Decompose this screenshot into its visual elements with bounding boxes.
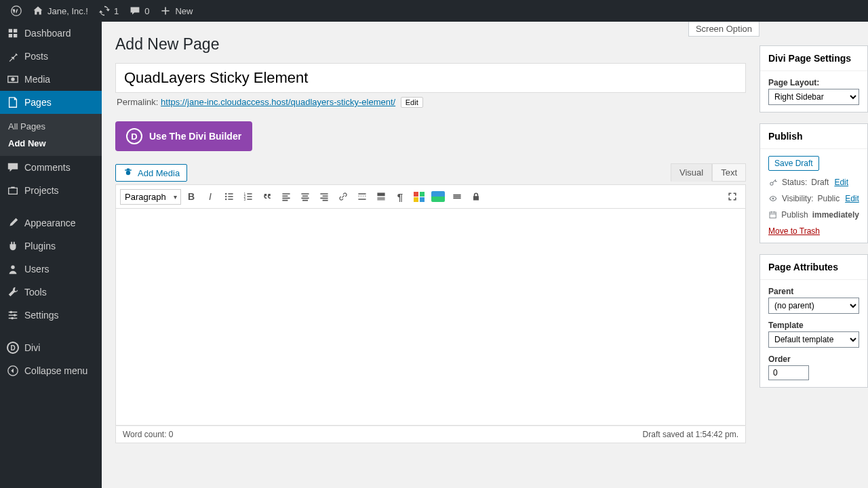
divi-settings-panel: Divi Page Settings Page Layout: Right Si… [760, 45, 868, 113]
sidebar-item-settings[interactable]: Settings [0, 304, 102, 327]
bold-button[interactable]: B [182, 188, 200, 205]
page-title-input[interactable] [115, 63, 746, 93]
edit-visibility-link[interactable]: Edit [845, 194, 859, 203]
color-squares-button[interactable] [410, 188, 428, 205]
align-center-icon [300, 191, 311, 202]
submenu-all-pages[interactable]: All Pages [0, 118, 102, 135]
menu-label: Projects [24, 185, 59, 196]
svg-point-4 [14, 314, 16, 317]
new-content-link[interactable]: New [155, 5, 198, 16]
menu-label: Appearance [24, 218, 76, 228]
order-input[interactable] [768, 365, 809, 380]
updates-link[interactable]: 1 [94, 5, 124, 16]
sidebar-item-media[interactable]: Media [0, 68, 102, 91]
draft-saved-text: Draft saved at 1:54:42 pm. [643, 430, 738, 439]
save-draft-button[interactable]: Save Draft [768, 156, 819, 171]
menu-label: Posts [24, 51, 48, 62]
editor-footer: Word count: 0 Draft saved at 1:54:42 pm. [115, 426, 746, 443]
paragraph-toggle-button[interactable]: ¶ [391, 188, 409, 205]
menu-label: Comments [24, 162, 71, 173]
tab-visual[interactable]: Visual [671, 163, 712, 182]
right-sidebar: Divi Page Settings Page Layout: Right Si… [760, 22, 868, 488]
link-icon [338, 191, 349, 202]
page-attributes-panel: Page Attributes Parent (no parent) Templ… [760, 254, 868, 388]
home-icon [33, 5, 43, 16]
plug-icon [7, 240, 19, 252]
sidebar-item-posts[interactable]: Posts [0, 45, 102, 68]
format-select-wrap: Paragraph [120, 189, 181, 205]
comment-icon [7, 161, 19, 174]
template-select[interactable]: Default template [768, 331, 859, 348]
visibility-label: Visibility: [782, 194, 813, 203]
tab-text[interactable]: Text [712, 163, 746, 182]
use-divi-builder-button[interactable]: D Use The Divi Builder [115, 121, 252, 151]
menu-label: Dashboard [24, 28, 71, 39]
move-to-trash-link[interactable]: Move to Trash [768, 226, 859, 236]
new-label: New [175, 6, 193, 16]
page-layout-select[interactable]: Right Sidebar [768, 89, 859, 105]
panel-title: Divi Page Settings [760, 46, 867, 71]
comments-link[interactable]: 0 [124, 5, 155, 16]
align-right-button[interactable] [315, 188, 333, 205]
add-media-button[interactable]: Add Media [115, 164, 187, 182]
align-right-icon [319, 191, 330, 202]
pin-icon [7, 50, 19, 62]
toolbar-toggle-button[interactable] [372, 188, 390, 205]
comment-icon [130, 5, 140, 16]
menu-label: Divi [24, 342, 40, 353]
parent-select[interactable]: (no parent) [768, 298, 859, 314]
sidebar-item-pages[interactable]: Pages [0, 91, 102, 114]
sidebar-item-divi[interactable]: DDivi [0, 336, 102, 359]
lock-button[interactable] [467, 188, 485, 205]
editor-content-area[interactable] [115, 209, 746, 426]
align-left-button[interactable] [277, 188, 295, 205]
sidebar-item-plugins[interactable]: Plugins [0, 235, 102, 258]
menu-label: Collapse menu [24, 365, 87, 376]
fullscreen-button[interactable] [724, 188, 741, 205]
wp-logo[interactable] [5, 5, 27, 16]
svg-point-17 [772, 198, 774, 200]
svg-point-2 [11, 266, 14, 269]
menu-label: Users [24, 264, 50, 274]
permalink-label: Permalink: [117, 97, 158, 107]
site-name-text: Jane, Inc.! [47, 6, 88, 16]
permalink-url[interactable]: https://jane-inc.cloudaccess.host/quadla… [161, 97, 395, 107]
insert-divider-button[interactable] [448, 188, 466, 205]
page-icon [7, 96, 19, 108]
sidebar-item-dashboard[interactable]: Dashboard [0, 22, 102, 45]
menu-label: Settings [24, 310, 59, 321]
format-select[interactable]: Paragraph [120, 189, 181, 205]
italic-button[interactable]: I [201, 188, 219, 205]
edit-permalink-button[interactable]: Edit [401, 97, 423, 108]
status-value: Draft [811, 178, 829, 187]
sidebar-item-tools[interactable]: Tools [0, 281, 102, 304]
sidebar-item-appearance[interactable]: Appearance [0, 211, 102, 235]
highlight-button[interactable] [429, 188, 447, 205]
dashboard-icon [7, 27, 19, 39]
parent-label: Parent [768, 287, 859, 296]
ul-icon [224, 191, 235, 202]
word-count: Word count: 0 [123, 430, 173, 439]
align-center-button[interactable] [296, 188, 314, 205]
number-list-button[interactable]: 123 [239, 188, 257, 205]
blockquote-button[interactable] [258, 188, 276, 205]
sliders-icon [7, 309, 19, 321]
sidebar-item-comments[interactable]: Comments [0, 156, 102, 179]
updates-count: 1 [114, 6, 119, 16]
read-more-button[interactable] [353, 188, 371, 205]
site-name-link[interactable]: Jane, Inc.! [27, 5, 94, 16]
kitchen-sink-icon [376, 191, 387, 202]
svg-point-1 [11, 77, 14, 81]
submenu-add-new[interactable]: Add New [0, 135, 102, 152]
editor-toolbar: Paragraph B I 123 ¶ [115, 184, 746, 209]
more-icon [357, 191, 368, 202]
bullet-list-button[interactable] [220, 188, 238, 205]
sidebar-collapse[interactable]: Collapse menu [0, 359, 102, 382]
edit-status-link[interactable]: Edit [834, 178, 848, 187]
sidebar-item-projects[interactable]: Projects [0, 179, 102, 202]
sidebar-item-users[interactable]: Users [0, 258, 102, 281]
link-button[interactable] [334, 188, 352, 205]
publish-label: Publish [781, 210, 808, 220]
svg-text:3: 3 [244, 198, 246, 201]
screen-options-tab[interactable]: Screen Option [688, 22, 760, 37]
